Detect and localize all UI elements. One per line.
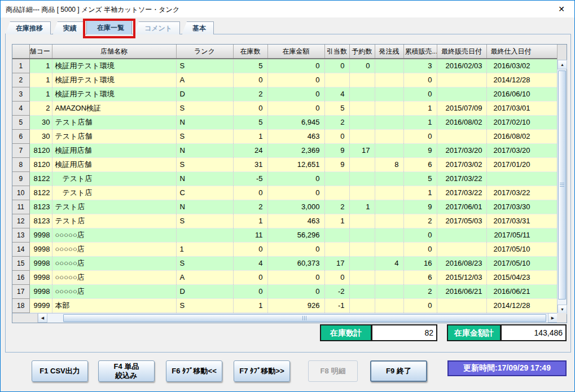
table-row[interactable]: 11 8123 テスト店 N 2 3,000 2 1 9 2017/06/01 … — [12, 200, 557, 214]
table-row[interactable]: 6 30 テスト店舗 S 1 463 0 0 2016/08/02 — [12, 129, 557, 143]
tab-comment[interactable]: コメント — [134, 21, 180, 34]
tab-stock-list[interactable]: 在庫一覧 — [86, 20, 132, 34]
f1-csv-export-button[interactable]: F1 CSV出力 — [32, 360, 88, 382]
row-number-cell[interactable]: 1 — [12, 59, 29, 73]
table-row[interactable]: 4 2 AMAZON検証 S 0 0 5 1 2015/07/09 2017/0… — [12, 101, 557, 115]
cell-stock-amount: 12,651 — [267, 157, 324, 171]
row-number-cell[interactable]: 12 — [12, 214, 29, 228]
table-row[interactable]: 12 8123 テスト店 S 1 463 1 2 2017/05/03 2017… — [12, 214, 557, 228]
table-row[interactable]: 18 9999 本部 S 1 926 -1 0 2014/12/28 — [12, 298, 557, 312]
f9-exit-button[interactable]: F9 終了 — [370, 360, 427, 382]
cell-rank: A — [176, 73, 233, 87]
row-number-cell[interactable]: 11 — [12, 200, 29, 214]
cell-cumulative-sales: 6 — [403, 157, 437, 171]
vertical-scrollbar[interactable]: ▲ ▼ — [557, 60, 567, 314]
header-cumulative-sales[interactable]: 累積販売... — [403, 45, 437, 59]
table-row[interactable]: 8 8120 検証用店舗 S 31 12,651 9 8 6 2017/03/0… — [12, 157, 557, 171]
tab-stock-trend[interactable]: 在庫推移 — [5, 21, 51, 34]
header-rank[interactable]: ランク — [176, 45, 233, 59]
table-row[interactable]: 1 1 検証用テスト環境 S 5 0 0 0 3 2016/02/03 2016… — [12, 59, 557, 73]
row-number-cell[interactable]: 15 — [12, 256, 29, 270]
row-number-cell[interactable]: 18 — [12, 298, 29, 312]
row-number-cell[interactable]: 9 — [12, 171, 29, 186]
tab-label: 実績 — [63, 24, 77, 32]
table-row[interactable]: 16 9998 ○○○○○店 A 0 0 0 6 2015/12/03 2015… — [12, 270, 557, 284]
f7-tab-move-next-button[interactable]: F7 ﾀﾌﾞ移動>> — [234, 360, 290, 382]
cell-stock-qty: 0 — [233, 73, 267, 87]
f6-tab-move-prev-button[interactable]: F6 ﾀﾌﾞ移動<< — [166, 360, 222, 382]
cell-allocated-qty: 4 — [324, 87, 349, 101]
table-row[interactable]: 7 8120 検証用店舗 N 24 2,369 9 17 9 2017/03/2… — [12, 143, 557, 157]
horizontal-scrollbar-track[interactable] — [47, 314, 548, 323]
tab-results[interactable]: 実績 — [52, 21, 85, 34]
header-last-sale-date[interactable]: 最終販売日付 — [437, 45, 486, 59]
cell-allocated-qty — [324, 228, 349, 242]
header-order-remaining[interactable]: 発注残 — [375, 45, 403, 59]
cell-last-sale-date: 2017/03/02 — [437, 157, 486, 171]
cell-last-sale-date — [437, 87, 486, 101]
cell-store-name: テスト店舗 — [52, 129, 176, 143]
table-row[interactable]: 17 9998 ○○○○○店 D 0 0 -2 2 2016/06/21 201… — [12, 284, 557, 298]
cell-last-purchase-date: 2017/03/20 — [486, 143, 557, 157]
window-title: 商品詳細--- 商品 [ 5000 ] メンズ 半袖カットソー・タンク — [6, 5, 179, 15]
header-last-purchase-date[interactable]: 最終仕入日付 — [486, 45, 557, 59]
cell-stock-amount: 0 — [267, 59, 324, 73]
tab-basic[interactable]: 基本 — [182, 21, 214, 34]
row-number-cell[interactable]: 6 — [12, 129, 29, 143]
row-number-cell[interactable]: 17 — [12, 284, 29, 298]
row-number-cell[interactable]: 5 — [12, 115, 29, 129]
cell-stock-qty: 5 — [233, 59, 267, 73]
row-number-cell[interactable]: 7 — [12, 143, 29, 157]
cell-allocated-qty: 0 — [324, 270, 349, 284]
titlebar[interactable]: 商品詳細--- 商品 [ 5000 ] メンズ 半袖カットソー・タンク ✕ — [1, 1, 574, 17]
f4-item-filter-button[interactable]: F4 単品 絞込み — [98, 360, 155, 382]
row-number-cell[interactable]: 3 — [12, 87, 29, 101]
table-row[interactable]: 10 8122 テスト店 C 0 0 1 2017/03/22 2017/03/… — [12, 186, 557, 200]
table-row[interactable]: 2 1 検証用テスト環境 A 0 0 0 2014/12/28 — [12, 73, 557, 87]
cell-store-code: 8120 — [29, 143, 52, 157]
vertical-scrollbar-thumb[interactable] — [558, 71, 566, 299]
cell-stock-amount: 56,296 — [267, 228, 324, 242]
cell-reserved-qty: 0 — [349, 59, 375, 73]
cell-stock-amount: 3,000 — [267, 200, 324, 214]
table-row[interactable]: 9 8122 テスト店 N -5 0 5 2017/03/22 — [12, 171, 557, 186]
header-store-name[interactable]: 店舗名称 — [52, 45, 176, 59]
cell-stock-amount: 0 — [267, 87, 324, 101]
scroll-left-icon[interactable]: ◀ — [38, 313, 47, 323]
header-stock-qty[interactable]: 在庫数 — [233, 45, 267, 59]
cell-reserved-qty — [349, 284, 375, 298]
header-allocated-qty[interactable]: 引当数 — [324, 45, 349, 59]
table-row[interactable]: 13 9998 ○○○○○店 11 56,296 0 2017/05/11 — [12, 228, 557, 242]
cell-allocated-qty — [324, 171, 349, 186]
inventory-table-container: 舗コード 店舗名称 ランク 在庫数 在庫金額 引当数 予約数 発注残 累積販売.… — [12, 44, 567, 323]
row-number-cell[interactable]: 8 — [12, 157, 29, 171]
row-number-cell[interactable]: 10 — [12, 186, 29, 200]
cell-reserved-qty — [349, 270, 375, 284]
row-number-cell[interactable]: 2 — [12, 73, 29, 87]
close-icon[interactable]: ✕ — [553, 3, 570, 15]
header-stock-amount[interactable]: 在庫金額 — [267, 45, 324, 59]
row-number-cell[interactable]: 16 — [12, 270, 29, 284]
row-number-cell[interactable]: 14 — [12, 242, 29, 256]
table-row[interactable]: 3 1 検証用テスト環境 D 2 0 4 0 2016/06/10 — [12, 87, 557, 101]
row-number-cell[interactable]: 4 — [12, 101, 29, 115]
product-detail-window: 商品詳細--- 商品 [ 5000 ] メンズ 半袖カットソー・タンク ✕ 在庫… — [0, 0, 575, 392]
cell-stock-amount: 0 — [267, 171, 324, 186]
scroll-up-icon[interactable]: ▲ — [558, 60, 567, 69]
header-reserved-qty[interactable]: 予約数 — [349, 45, 375, 59]
corner-header-cell — [12, 45, 29, 59]
row-number-cell[interactable]: 13 — [12, 228, 29, 242]
header-row: 舗コード 店舗名称 ランク 在庫数 在庫金額 引当数 予約数 発注残 累積販売.… — [12, 45, 557, 59]
cell-last-purchase-date: 2017/03/22 — [486, 186, 557, 200]
table-row[interactable]: 14 9998 ○○○○○店 1 0 0 0 2017/05/10 — [12, 242, 557, 256]
header-store-code[interactable]: 舗コード — [29, 45, 52, 59]
horizontal-scrollbar[interactable]: ◀ ▶ — [12, 313, 558, 323]
cell-reserved-qty — [349, 129, 375, 143]
horizontal-scrollbar-thumb[interactable] — [63, 314, 546, 322]
cell-store-name: AMAZON検証 — [52, 101, 176, 115]
cell-stock-amount: 463 — [267, 129, 324, 143]
table-row[interactable]: 5 30 テスト店舗 N 5 6,945 2 1 2016/08/02 2017… — [12, 115, 557, 129]
scroll-right-icon[interactable]: ▶ — [548, 313, 558, 323]
cell-allocated-qty: 1 — [324, 214, 349, 228]
table-row[interactable]: 15 9998 ○○○○○店 S 4 60,373 17 4 16 2016/0… — [12, 256, 557, 270]
